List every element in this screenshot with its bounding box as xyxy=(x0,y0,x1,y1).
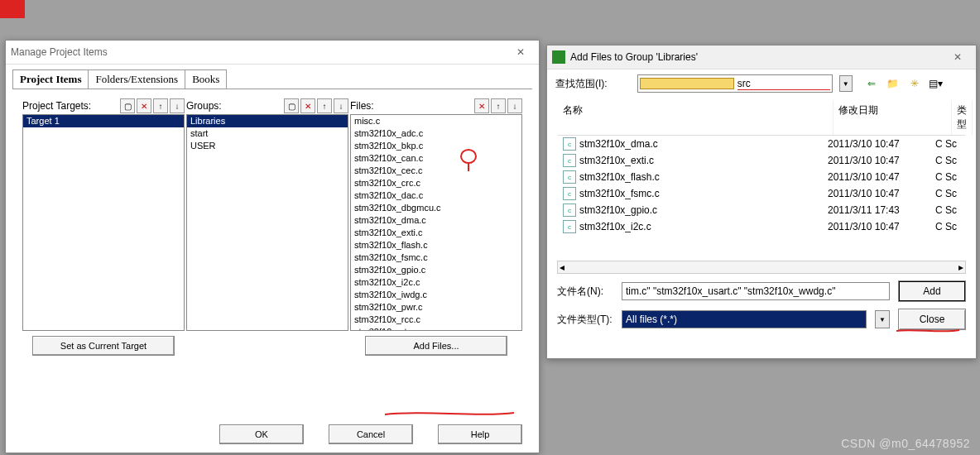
list-item[interactable]: stm32f10x_rtc.c xyxy=(351,326,521,331)
add-button[interactable]: Add xyxy=(898,280,966,302)
list-item[interactable]: stm32f10x_i2c.c xyxy=(351,276,521,289)
files-label: Files: xyxy=(350,100,474,112)
list-item[interactable]: stm32f10x_cec.c xyxy=(351,165,521,177)
watermark: CSDN @m0_64478952 xyxy=(841,437,970,450)
c-file-icon: c xyxy=(563,204,576,217)
c-file-icon: c xyxy=(563,137,576,151)
filetype-combo[interactable]: All files (*.*) xyxy=(622,310,867,328)
new-icon[interactable]: ▢ xyxy=(120,98,135,113)
dialog-title: Manage Project Items xyxy=(11,46,507,58)
horizontal-scrollbar[interactable]: ◂▸ xyxy=(557,261,966,274)
dialog-title: Add Files to Group 'Libraries' xyxy=(570,51,944,63)
list-item[interactable]: stm32f10x_rcc.c xyxy=(351,314,521,326)
targets-label: Project Targets: xyxy=(22,100,120,112)
help-button[interactable]: Help xyxy=(438,424,522,444)
list-item[interactable]: stm32f10x_dbgmcu.c xyxy=(351,202,521,214)
back-icon[interactable]: ⇐ xyxy=(864,76,879,91)
up-icon[interactable]: ↑ xyxy=(153,98,168,113)
groups-label: Groups: xyxy=(186,100,284,112)
files-list[interactable]: misc.cstm32f10x_adc.cstm32f10x_bkp.cstm3… xyxy=(350,114,522,331)
list-item[interactable]: Target 1 xyxy=(23,115,184,127)
close-icon[interactable]: ✕ xyxy=(944,48,971,66)
filetype-label: 文件类型(T): xyxy=(557,313,613,327)
delete-icon[interactable]: ✕ xyxy=(137,98,151,113)
col-type[interactable]: 类型 xyxy=(952,100,973,135)
list-item[interactable]: stm32f10x_iwdg.c xyxy=(351,289,521,301)
chevron-down-icon[interactable]: ▼ xyxy=(875,310,890,328)
list-item[interactable]: stm32f10x_exti.c xyxy=(351,227,521,239)
col-name[interactable]: 名称 xyxy=(558,100,833,135)
titlebar: Add Files to Group 'Libraries' ✕ xyxy=(547,46,976,69)
lookin-combo[interactable]: src xyxy=(637,74,833,93)
list-item[interactable]: stm32f10x_adc.c xyxy=(351,127,521,140)
list-item[interactable]: misc.c xyxy=(351,115,521,127)
tab-books[interactable]: Books xyxy=(185,69,227,89)
list-item[interactable]: stm32f10x_bkp.c xyxy=(351,140,521,152)
lookin-value: src xyxy=(737,78,830,90)
list-item[interactable]: stm32f10x_fsmc.c xyxy=(351,251,521,264)
list-item[interactable]: Libraries xyxy=(187,115,348,127)
table-row[interactable]: cstm32f10x_gpio.c2011/3/11 17:43C Sc xyxy=(558,202,965,218)
list-item[interactable]: stm32f10x_dma.c xyxy=(351,214,521,227)
titlebar: Manage Project Items ✕ xyxy=(6,41,539,65)
tab-project-items[interactable]: Project Items xyxy=(12,69,89,89)
delete-icon[interactable]: ✕ xyxy=(474,98,489,113)
list-item[interactable]: start xyxy=(187,127,348,140)
delete-icon[interactable]: ✕ xyxy=(300,98,315,113)
folder-icon xyxy=(640,78,734,89)
add-files-dialog: Add Files to Group 'Libraries' ✕ 查找范围(I)… xyxy=(546,45,977,359)
file-grid: 名称 修改日期 类型 cstm32f10x_dma.c2011/3/10 10:… xyxy=(557,99,966,261)
set-current-target-button[interactable]: Set as Current Target xyxy=(32,336,175,356)
list-item[interactable]: stm32f10x_gpio.c xyxy=(351,264,521,276)
new-folder-icon[interactable]: ✳ xyxy=(907,76,922,91)
parent-close-strip[interactable] xyxy=(0,0,25,18)
lookin-label: 查找范围(I): xyxy=(555,77,608,91)
ok-button[interactable]: OK xyxy=(219,424,304,444)
table-row[interactable]: cstm32f10x_dma.c2011/3/10 10:47C Sc xyxy=(558,136,965,152)
up-icon[interactable]: ↑ xyxy=(317,98,332,113)
table-row[interactable]: cstm32f10x_exti.c2011/3/10 10:47C Sc xyxy=(558,152,965,169)
down-icon[interactable]: ↓ xyxy=(170,98,185,113)
up-folder-icon[interactable]: 📁 xyxy=(886,76,901,91)
list-item[interactable]: stm32f10x_can.c xyxy=(351,152,521,165)
table-row[interactable]: cstm32f10x_i2c.c2011/3/10 10:47C Sc xyxy=(558,218,965,235)
tabs: Project Items Folders/Extensions Books xyxy=(12,69,532,89)
tab-folders-extensions[interactable]: Folders/Extensions xyxy=(88,69,185,89)
close-button[interactable]: Close xyxy=(898,309,966,330)
c-file-icon: c xyxy=(563,154,576,167)
down-icon[interactable]: ↓ xyxy=(507,98,522,113)
c-file-icon: c xyxy=(563,220,576,233)
chevron-down-icon[interactable]: ▼ xyxy=(839,75,853,92)
add-files-button[interactable]: Add Files... xyxy=(365,336,507,356)
filename-input[interactable]: tim.c" "stm32f10x_usart.c" "stm32f10x_ww… xyxy=(622,282,890,300)
groups-list[interactable]: LibrariesstartUSER xyxy=(186,114,348,331)
view-menu-icon[interactable]: ▤▾ xyxy=(929,76,944,91)
close-icon[interactable]: ✕ xyxy=(507,43,534,61)
filename-label: 文件名(N): xyxy=(557,285,613,299)
targets-list[interactable]: Target 1 xyxy=(22,114,185,331)
col-date[interactable]: 修改日期 xyxy=(833,100,952,135)
uvision-icon xyxy=(552,50,565,64)
c-file-icon: c xyxy=(563,170,576,184)
c-file-icon: c xyxy=(563,187,576,200)
new-icon[interactable]: ▢ xyxy=(284,98,299,113)
file-rows[interactable]: cstm32f10x_dma.c2011/3/10 10:47C Sccstm3… xyxy=(558,136,965,260)
list-item[interactable]: stm32f10x_pwr.c xyxy=(351,301,521,314)
table-row[interactable]: cstm32f10x_flash.c2011/3/10 10:47C Sc xyxy=(558,169,965,185)
list-item[interactable]: stm32f10x_crc.c xyxy=(351,177,521,189)
list-item[interactable]: USER xyxy=(187,140,348,152)
table-row[interactable]: cstm32f10x_fsmc.c2011/3/10 10:47C Sc xyxy=(558,185,965,202)
list-item[interactable]: stm32f10x_dac.c xyxy=(351,189,521,202)
up-icon[interactable]: ↑ xyxy=(491,98,506,113)
list-item[interactable]: stm32f10x_flash.c xyxy=(351,239,521,251)
down-icon[interactable]: ↓ xyxy=(334,98,348,113)
cancel-button[interactable]: Cancel xyxy=(329,424,413,444)
manage-project-items-dialog: Manage Project Items ✕ Project Items Fol… xyxy=(5,40,540,453)
